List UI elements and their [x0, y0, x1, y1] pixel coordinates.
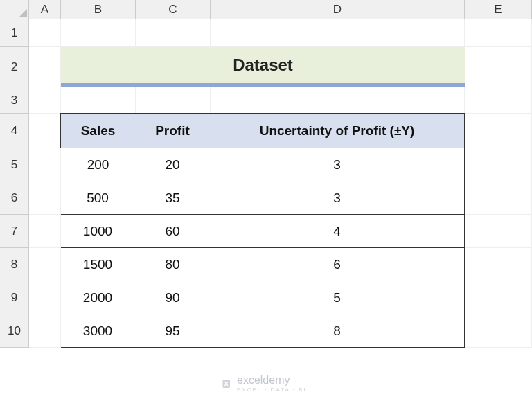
cell-c3[interactable] [136, 87, 211, 114]
table-header-uncertainty[interactable]: Uncertainty of Profit (±Y) [210, 113, 465, 148]
row-head-6[interactable]: 6 [0, 181, 29, 215]
col-head-d[interactable]: D [211, 0, 465, 19]
watermark-text: exceldemy [237, 374, 290, 386]
row-head-8[interactable]: 8 [0, 248, 29, 281]
cell-e9[interactable] [465, 281, 532, 314]
excel-icon [222, 378, 234, 390]
cell-b3[interactable] [61, 87, 136, 114]
table-row[interactable]: 60 [135, 214, 211, 248]
table-row[interactable]: 8 [210, 314, 465, 348]
row-head-7[interactable]: 7 [0, 215, 29, 248]
cell-a1[interactable] [29, 19, 61, 47]
table-row[interactable]: 35 [135, 181, 211, 215]
cell-d1[interactable] [211, 19, 465, 47]
cell-e7[interactable] [465, 215, 532, 248]
cell-a2[interactable] [29, 47, 61, 87]
cell-a6[interactable] [29, 181, 61, 215]
cell-d3[interactable] [211, 87, 465, 114]
table-row[interactable]: 2000 [60, 281, 136, 314]
table-row[interactable]: 3000 [60, 314, 136, 348]
col-head-c[interactable]: C [136, 0, 211, 19]
cell-b1[interactable] [61, 19, 136, 47]
watermark-subtext: EXCEL · DATA · BI [237, 387, 307, 393]
table-row[interactable]: 95 [135, 314, 211, 348]
select-all-corner[interactable] [0, 0, 29, 19]
row-head-3[interactable]: 3 [0, 87, 29, 114]
table-header-profit[interactable]: Profit [135, 113, 211, 148]
cell-e3[interactable] [465, 87, 532, 114]
watermark: exceldemy EXCEL · DATA · BI [222, 374, 307, 393]
col-head-a[interactable]: A [29, 0, 61, 19]
col-head-b[interactable]: B [61, 0, 136, 19]
table-row[interactable]: 90 [135, 281, 211, 314]
cell-a3[interactable] [29, 87, 61, 114]
table-header-sales[interactable]: Sales [60, 113, 136, 148]
col-head-e[interactable]: E [465, 0, 532, 19]
cell-e4[interactable] [465, 114, 532, 148]
row-head-1[interactable]: 1 [0, 19, 29, 47]
cell-c1[interactable] [136, 19, 211, 47]
table-row[interactable]: 1000 [60, 214, 136, 248]
table-row[interactable]: 4 [210, 214, 465, 248]
cell-e6[interactable] [465, 181, 532, 215]
cell-a5[interactable] [29, 148, 61, 181]
spreadsheet-grid: A B C D E 1 2 Dataset 3 4 Sales Profit U… [0, 0, 532, 381]
row-head-4[interactable]: 4 [0, 114, 29, 148]
cell-e10[interactable] [465, 314, 532, 348]
row-head-2[interactable]: 2 [0, 47, 29, 87]
cell-e1[interactable] [465, 19, 532, 47]
table-row[interactable]: 200 [60, 148, 136, 181]
svg-marker-0 [19, 9, 27, 17]
table-row[interactable]: 500 [60, 181, 136, 215]
cell-a7[interactable] [29, 215, 61, 248]
cell-e5[interactable] [465, 148, 532, 181]
cell-a9[interactable] [29, 281, 61, 314]
table-row[interactable]: 20 [135, 148, 211, 181]
select-all-triangle-icon [19, 9, 27, 17]
data-table: Sales Profit Uncertainty of Profit (±Y) … [61, 114, 465, 348]
cell-a10[interactable] [29, 314, 61, 348]
table-row[interactable]: 3 [210, 148, 465, 181]
dataset-title[interactable]: Dataset [61, 47, 465, 87]
cell-a4[interactable] [29, 114, 61, 148]
cell-e8[interactable] [465, 248, 532, 281]
table-row[interactable]: 3 [210, 181, 465, 215]
table-row[interactable]: 5 [210, 281, 465, 314]
row-head-10[interactable]: 10 [0, 314, 29, 348]
cell-a8[interactable] [29, 248, 61, 281]
cell-e2[interactable] [465, 47, 532, 87]
table-row[interactable]: 6 [210, 247, 465, 281]
table-row[interactable]: 80 [135, 247, 211, 281]
row-head-5[interactable]: 5 [0, 148, 29, 181]
row-head-9[interactable]: 9 [0, 281, 29, 314]
table-row[interactable]: 1500 [60, 247, 136, 281]
